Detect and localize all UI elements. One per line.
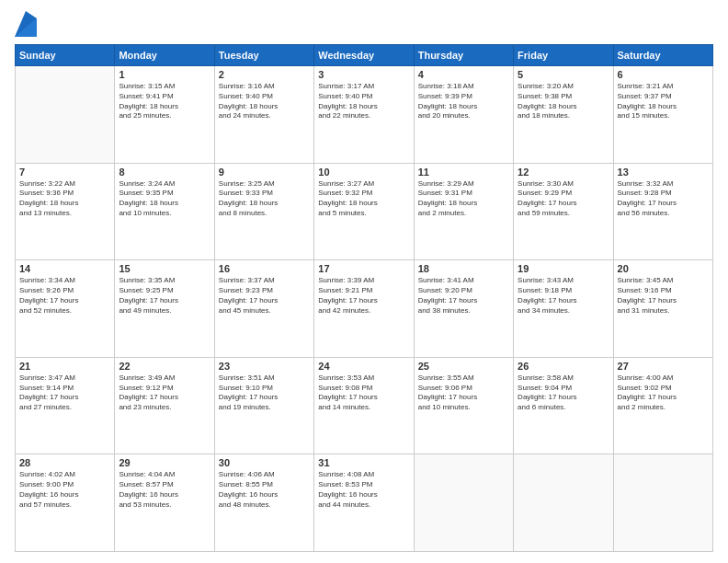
day-number: 23 [219, 361, 310, 372]
header-row: Sunday Monday Tuesday Wednesday Thursday… [16, 45, 713, 66]
day-number: 7 [19, 167, 110, 178]
cell-w4-d6: 26Sunrise: 3:58 AM Sunset: 9:04 PM Dayli… [514, 357, 613, 454]
cell-w4-d4: 24Sunrise: 3:53 AM Sunset: 9:08 PM Dayli… [314, 357, 414, 454]
cell-w1-d2: 1Sunrise: 3:15 AM Sunset: 9:41 PM Daylig… [115, 66, 214, 164]
cell-w3-d6: 19Sunrise: 3:43 AM Sunset: 9:18 PM Dayli… [514, 260, 613, 358]
day-number: 13 [618, 167, 709, 178]
cell-w1-d3: 2Sunrise: 3:16 AM Sunset: 9:40 PM Daylig… [214, 66, 313, 164]
cell-w2-d5: 11Sunrise: 3:29 AM Sunset: 9:31 PM Dayli… [414, 163, 513, 260]
cell-info: Sunrise: 3:43 AM Sunset: 9:18 PM Dayligh… [518, 276, 609, 316]
cell-info: Sunrise: 3:24 AM Sunset: 9:35 PM Dayligh… [119, 179, 210, 219]
cell-w1-d6: 5Sunrise: 3:20 AM Sunset: 9:38 PM Daylig… [514, 66, 613, 164]
day-number: 2 [219, 69, 310, 80]
cell-info: Sunrise: 3:30 AM Sunset: 9:29 PM Dayligh… [518, 179, 609, 219]
cell-w3-d4: 17Sunrise: 3:39 AM Sunset: 9:21 PM Dayli… [314, 260, 414, 358]
col-thursday: Thursday [414, 45, 513, 66]
cell-info: Sunrise: 4:04 AM Sunset: 8:57 PM Dayligh… [119, 470, 210, 510]
cell-info: Sunrise: 3:45 AM Sunset: 9:16 PM Dayligh… [618, 276, 709, 316]
cell-info: Sunrise: 4:06 AM Sunset: 8:55 PM Dayligh… [219, 470, 310, 510]
day-number: 22 [119, 361, 210, 372]
cell-w1-d1 [16, 66, 115, 164]
day-number: 25 [418, 361, 509, 372]
cell-info: Sunrise: 3:22 AM Sunset: 9:36 PM Dayligh… [19, 179, 110, 219]
cell-w2-d7: 13Sunrise: 3:32 AM Sunset: 9:28 PM Dayli… [613, 163, 712, 260]
cell-w5-d3: 30Sunrise: 4:06 AM Sunset: 8:55 PM Dayli… [214, 454, 313, 552]
day-number: 5 [518, 69, 609, 80]
logo [15, 11, 39, 37]
day-number: 24 [318, 361, 409, 372]
cell-w3-d5: 18Sunrise: 3:41 AM Sunset: 9:20 PM Dayli… [414, 260, 513, 358]
cell-info: Sunrise: 3:20 AM Sunset: 9:38 PM Dayligh… [518, 82, 609, 121]
cell-info: Sunrise: 3:29 AM Sunset: 9:31 PM Dayligh… [418, 179, 509, 219]
cell-w5-d2: 29Sunrise: 4:04 AM Sunset: 8:57 PM Dayli… [115, 454, 214, 552]
day-number: 18 [418, 263, 509, 274]
day-number: 26 [518, 361, 609, 372]
day-number: 14 [19, 263, 110, 274]
day-number: 6 [618, 69, 709, 80]
page: Sunday Monday Tuesday Wednesday Thursday… [0, 0, 728, 563]
cell-w3-d1: 14Sunrise: 3:34 AM Sunset: 9:26 PM Dayli… [16, 260, 115, 358]
header [15, 11, 713, 37]
cell-info: Sunrise: 3:49 AM Sunset: 9:12 PM Dayligh… [119, 373, 210, 413]
week-row-1: 1Sunrise: 3:15 AM Sunset: 9:41 PM Daylig… [16, 66, 713, 164]
col-saturday: Saturday [613, 45, 712, 66]
cell-w5-d4: 31Sunrise: 4:08 AM Sunset: 8:53 PM Dayli… [314, 454, 414, 552]
cell-w4-d5: 25Sunrise: 3:55 AM Sunset: 9:06 PM Dayli… [414, 357, 513, 454]
day-number: 30 [219, 457, 310, 468]
cell-info: Sunrise: 4:00 AM Sunset: 9:02 PM Dayligh… [618, 373, 709, 413]
cell-info: Sunrise: 3:39 AM Sunset: 9:21 PM Dayligh… [318, 276, 409, 316]
cell-info: Sunrise: 3:47 AM Sunset: 9:14 PM Dayligh… [19, 373, 110, 413]
day-number: 8 [119, 167, 210, 178]
day-number: 28 [19, 457, 110, 468]
cell-info: Sunrise: 3:21 AM Sunset: 9:37 PM Dayligh… [618, 82, 709, 121]
cell-info: Sunrise: 3:27 AM Sunset: 9:32 PM Dayligh… [318, 179, 409, 219]
day-number: 10 [318, 167, 409, 178]
cell-w5-d6 [514, 454, 613, 552]
cell-w4-d3: 23Sunrise: 3:51 AM Sunset: 9:10 PM Dayli… [214, 357, 313, 454]
cell-info: Sunrise: 4:08 AM Sunset: 8:53 PM Dayligh… [318, 470, 409, 510]
day-number: 20 [618, 263, 709, 274]
day-number: 12 [518, 167, 609, 178]
day-number: 21 [19, 361, 110, 372]
logo-icon [15, 11, 37, 37]
cell-info: Sunrise: 3:25 AM Sunset: 9:33 PM Dayligh… [219, 179, 310, 219]
cell-info: Sunrise: 3:51 AM Sunset: 9:10 PM Dayligh… [219, 373, 310, 413]
week-row-5: 28Sunrise: 4:02 AM Sunset: 9:00 PM Dayli… [16, 454, 713, 552]
cell-w5-d5 [414, 454, 513, 552]
cell-w4-d7: 27Sunrise: 4:00 AM Sunset: 9:02 PM Dayli… [613, 357, 712, 454]
col-sunday: Sunday [16, 45, 115, 66]
cell-info: Sunrise: 4:02 AM Sunset: 9:00 PM Dayligh… [19, 470, 110, 510]
cell-info: Sunrise: 3:34 AM Sunset: 9:26 PM Dayligh… [19, 276, 110, 316]
day-number: 11 [418, 167, 509, 178]
cell-info: Sunrise: 3:32 AM Sunset: 9:28 PM Dayligh… [618, 179, 709, 219]
day-number: 3 [318, 69, 409, 80]
day-number: 29 [119, 457, 210, 468]
cell-w2-d2: 8Sunrise: 3:24 AM Sunset: 9:35 PM Daylig… [115, 163, 214, 260]
week-row-4: 21Sunrise: 3:47 AM Sunset: 9:14 PM Dayli… [16, 357, 713, 454]
cell-w3-d3: 16Sunrise: 3:37 AM Sunset: 9:23 PM Dayli… [214, 260, 313, 358]
col-friday: Friday [514, 45, 613, 66]
week-row-2: 7Sunrise: 3:22 AM Sunset: 9:36 PM Daylig… [16, 163, 713, 260]
col-tuesday: Tuesday [214, 45, 313, 66]
day-number: 19 [518, 263, 609, 274]
cell-w1-d5: 4Sunrise: 3:18 AM Sunset: 9:39 PM Daylig… [414, 66, 513, 164]
cell-w2-d4: 10Sunrise: 3:27 AM Sunset: 9:32 PM Dayli… [314, 163, 414, 260]
cell-w5-d1: 28Sunrise: 4:02 AM Sunset: 9:00 PM Dayli… [16, 454, 115, 552]
day-number: 17 [318, 263, 409, 274]
day-number: 4 [418, 69, 509, 80]
cell-w2-d6: 12Sunrise: 3:30 AM Sunset: 9:29 PM Dayli… [514, 163, 613, 260]
cell-w3-d7: 20Sunrise: 3:45 AM Sunset: 9:16 PM Dayli… [613, 260, 712, 358]
cell-w2-d3: 9Sunrise: 3:25 AM Sunset: 9:33 PM Daylig… [214, 163, 313, 260]
day-number: 9 [219, 167, 310, 178]
day-number: 15 [119, 263, 210, 274]
day-number: 27 [618, 361, 709, 372]
col-monday: Monday [115, 45, 214, 66]
cell-w4-d2: 22Sunrise: 3:49 AM Sunset: 9:12 PM Dayli… [115, 357, 214, 454]
cell-w4-d1: 21Sunrise: 3:47 AM Sunset: 9:14 PM Dayli… [16, 357, 115, 454]
cell-w2-d1: 7Sunrise: 3:22 AM Sunset: 9:36 PM Daylig… [16, 163, 115, 260]
week-row-3: 14Sunrise: 3:34 AM Sunset: 9:26 PM Dayli… [16, 260, 713, 358]
cell-info: Sunrise: 3:15 AM Sunset: 9:41 PM Dayligh… [119, 82, 210, 121]
cell-info: Sunrise: 3:17 AM Sunset: 9:40 PM Dayligh… [318, 82, 409, 121]
day-number: 16 [219, 263, 310, 274]
cell-info: Sunrise: 3:55 AM Sunset: 9:06 PM Dayligh… [418, 373, 509, 413]
